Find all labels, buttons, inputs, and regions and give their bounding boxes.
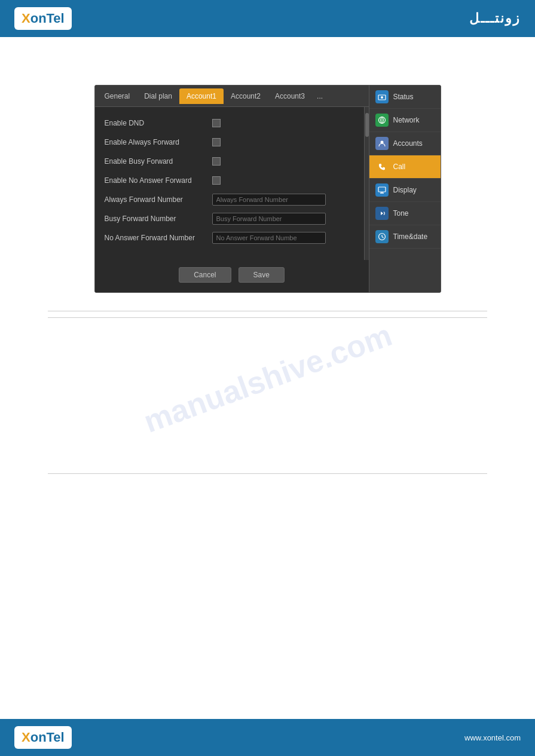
sidebar-label-accounts: Accounts — [393, 139, 423, 148]
svg-line-11 — [382, 237, 384, 238]
header-logo: XonTel — [14, 7, 72, 30]
logo-rest: onTel — [30, 11, 65, 26]
footer-logo: XonTel — [14, 726, 72, 749]
footer-website: www.xontel.com — [464, 733, 521, 742]
sidebar-item-network[interactable]: Network — [369, 109, 441, 132]
cancel-button[interactable]: Cancel — [179, 267, 231, 283]
form-row-busy-forward: Enable Busy Forward — [105, 155, 354, 168]
content-area: General Dial plan Account1 Account2 Acco… — [0, 37, 535, 689]
header: XonTel زونتـــل — [0, 0, 535, 37]
sidebar-item-accounts[interactable]: Accounts — [369, 132, 441, 155]
timedate-icon — [375, 230, 389, 243]
footer-logo-rest: onTel — [30, 730, 65, 745]
sidebar-label-network: Network — [393, 116, 420, 124]
divider-1 — [48, 311, 487, 311]
sidebar-item-timedate[interactable]: Time&date — [369, 225, 441, 249]
form-row-always-forward-number: Always Forward Number — [105, 193, 354, 206]
form-row-always-forward: Enable Always Forward — [105, 136, 354, 149]
svg-point-1 — [381, 96, 383, 99]
network-icon — [375, 114, 389, 127]
sidebar-item-status[interactable]: Status — [369, 85, 441, 109]
scrollbar-thumb — [365, 113, 369, 137]
form-row-dnd: Enable DND — [105, 117, 354, 130]
label-always-forward-number: Always Forward Number — [105, 195, 212, 204]
tab-account1[interactable]: Account1 — [179, 88, 224, 104]
tab-more[interactable]: ... — [312, 88, 328, 104]
sidebar-item-call[interactable]: Call — [369, 155, 441, 179]
save-button[interactable]: Save — [239, 267, 285, 283]
tabs-row: General Dial plan Account1 Account2 Acco… — [95, 85, 369, 107]
sidebar-label-call: Call — [393, 163, 406, 171]
panel-content: Enable DND Enable Always Forward Enable … — [95, 107, 364, 260]
footer-logo-text: XonTel — [22, 730, 65, 745]
call-icon — [375, 160, 389, 173]
empty-section-1 — [48, 336, 487, 455]
svg-rect-6 — [378, 187, 386, 192]
scrollbar[interactable] — [364, 107, 369, 260]
ui-panel: General Dial plan Account1 Account2 Acco… — [94, 85, 441, 293]
input-always-forward-number[interactable] — [212, 194, 326, 206]
sidebar-label-display: Display — [393, 186, 417, 194]
form-row-no-answer-forward: Enable No Answer Forward — [105, 174, 354, 187]
sidebar-item-tone[interactable]: Tone — [369, 202, 441, 225]
right-sidebar: Status Network Accounts — [369, 85, 441, 292]
label-dnd: Enable DND — [105, 119, 212, 127]
footer: XonTel www.xontel.com — [0, 719, 535, 756]
screenshot-container: General Dial plan Account1 Account2 Acco… — [94, 85, 441, 293]
label-busy-forward-number: Busy Forward Number — [105, 215, 212, 223]
tab-general[interactable]: General — [97, 88, 137, 104]
checkbox-dnd[interactable] — [212, 119, 221, 127]
sidebar-label-tone: Tone — [393, 209, 409, 218]
divider-3 — [48, 473, 487, 474]
left-panel: General Dial plan Account1 Account2 Acco… — [95, 85, 369, 292]
display-icon — [375, 183, 389, 197]
label-busy-forward: Enable Busy Forward — [105, 157, 212, 166]
footer-logo-x: X — [22, 730, 30, 745]
form-row-busy-forward-number: Busy Forward Number — [105, 212, 354, 225]
sidebar-label-timedate: Time&date — [393, 232, 428, 241]
logo-x: X — [22, 11, 30, 26]
buttons-row: Cancel Save — [95, 260, 369, 292]
logo-text: XonTel — [22, 11, 65, 26]
footer-logo-box: XonTel — [14, 726, 72, 749]
tab-account2[interactable]: Account2 — [224, 88, 268, 104]
arabic-title: زونتـــل — [469, 11, 521, 26]
form-row-no-answer-forward-number: No Answer Forward Number — [105, 231, 354, 244]
tab-account3[interactable]: Account3 — [268, 88, 312, 104]
input-no-answer-forward-number[interactable] — [212, 232, 326, 244]
sidebar-label-status: Status — [393, 93, 414, 101]
accounts-icon — [375, 137, 389, 150]
sidebar-item-display[interactable]: Display — [369, 179, 441, 202]
tone-icon — [375, 207, 389, 220]
empty-section-2 — [48, 492, 487, 641]
page-body: manualshive.com General Dial plan Accoun… — [0, 37, 535, 719]
input-busy-forward-number[interactable] — [212, 213, 326, 225]
tab-dialplan[interactable]: Dial plan — [137, 88, 179, 104]
label-no-answer-forward: Enable No Answer Forward — [105, 176, 212, 185]
status-icon — [375, 90, 389, 103]
checkbox-no-answer-forward[interactable] — [212, 176, 221, 185]
logo-box: XonTel — [14, 7, 72, 30]
label-no-answer-forward-number: No Answer Forward Number — [105, 234, 212, 242]
checkbox-busy-forward[interactable] — [212, 157, 221, 166]
divider-2 — [48, 317, 487, 318]
label-always-forward: Enable Always Forward — [105, 138, 212, 146]
checkbox-always-forward[interactable] — [212, 138, 221, 146]
